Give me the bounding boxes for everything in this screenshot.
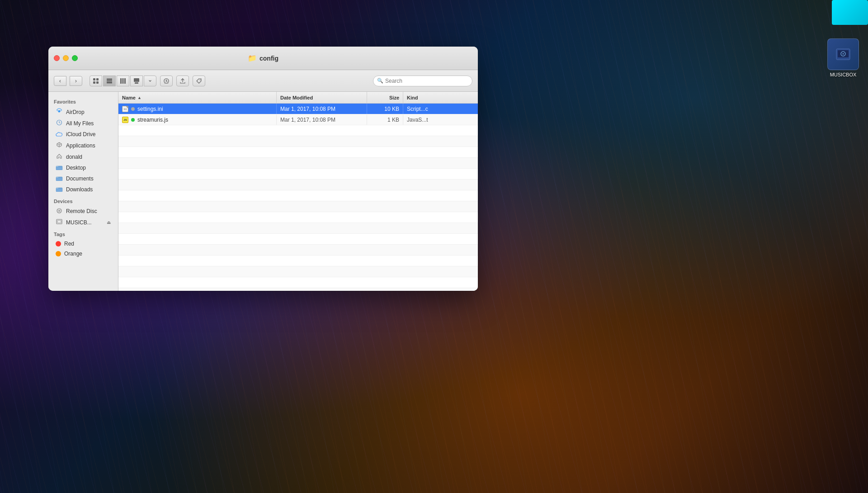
view-dropdown[interactable] (144, 76, 156, 86)
fullscreen-button[interactable] (72, 55, 78, 61)
title-folder-icon: 📁 (248, 54, 257, 62)
sidebar-item-desktop[interactable]: Desktop (50, 162, 116, 173)
file-name-cell: ini settings.ini (118, 104, 277, 114)
toolbar: ‹ › (48, 70, 478, 92)
file-kind-cell: JavaS...t (403, 114, 478, 125)
column-headers: Name ▲ Date Modified Size Kind (118, 92, 478, 104)
tag-button[interactable] (193, 76, 205, 86)
svg-rect-9 (107, 81, 112, 81)
sidebar-item-airdrop[interactable]: AirDrop (50, 106, 116, 118)
traffic-lights (54, 55, 78, 61)
favorites-header: Favorites (48, 95, 118, 106)
musicbox-icon-thumb (827, 38, 859, 70)
col-header-name[interactable]: Name ▲ (118, 92, 277, 103)
svg-point-3 (843, 53, 844, 55)
red-tag-dot (56, 241, 61, 246)
file-date: Mar 1, 2017, 10:08 PM (280, 106, 335, 112)
svg-rect-4 (93, 78, 95, 81)
sidebar-item-musicbox[interactable]: MUSICB... ⏏ (50, 217, 116, 228)
table-row[interactable]: JS streamuris.js Mar 1, 2017, 10:08 PM 1… (118, 114, 478, 125)
empty-row (118, 212, 478, 223)
documents-folder-icon (56, 175, 63, 182)
home-icon (56, 153, 63, 161)
svg-rect-7 (96, 81, 99, 84)
applications-icon (56, 142, 63, 149)
minimize-button[interactable] (63, 55, 69, 61)
search-input[interactable] (385, 78, 468, 84)
search-box[interactable]: 🔍 (373, 76, 472, 86)
share-button[interactable] (176, 76, 189, 86)
musicbox-icon (56, 218, 63, 226)
sidebar-item-orange-tag[interactable]: Orange (50, 249, 116, 259)
svg-point-18 (165, 80, 167, 82)
col-header-size[interactable]: Size (367, 92, 403, 103)
svg-rect-8 (107, 79, 112, 80)
sidebar-item-remote-disc[interactable]: Remote Disc (50, 206, 116, 217)
empty-row (118, 266, 478, 277)
col-header-kind[interactable]: Kind (403, 92, 478, 103)
sidebar-item-red-tag[interactable]: Red (50, 239, 116, 249)
sidebar-icloud-label: iCloud Drive (66, 131, 95, 137)
sidebar-desktop-label: Desktop (66, 165, 86, 171)
musicbox-label: MUSICBOX (830, 72, 857, 77)
window-title: config (259, 55, 278, 62)
sidebar-item-applications[interactable]: Applications (50, 140, 116, 151)
file-dot (131, 107, 135, 111)
svg-point-28 (59, 210, 60, 212)
file-size: 10 KB (384, 106, 399, 112)
file-date-cell: Mar 1, 2017, 10:08 PM (277, 104, 367, 114)
file-kind-cell: Script...c (403, 104, 478, 114)
view-mode-buttons (90, 76, 156, 86)
view-icon-cover[interactable] (130, 76, 143, 86)
file-name: settings.ini (137, 106, 163, 112)
file-size-cell: 1 KB (367, 114, 403, 125)
col-header-date[interactable]: Date Modified (277, 92, 367, 103)
svg-rect-10 (107, 82, 112, 83)
sidebar-item-documents[interactable]: Documents (50, 173, 116, 184)
close-button[interactable] (54, 55, 60, 61)
sidebar: Favorites AirDrop (48, 92, 118, 291)
cyan-bar (832, 0, 868, 25)
empty-row (118, 245, 478, 256)
eject-icon[interactable]: ⏏ (107, 220, 111, 225)
sidebar-item-donald[interactable]: donald (50, 151, 116, 162)
svg-rect-12 (123, 78, 124, 84)
empty-row (118, 223, 478, 234)
file-date-cell: Mar 1, 2017, 10:08 PM (277, 114, 367, 125)
sidebar-remote-disc-label: Remote Disc (66, 208, 97, 214)
file-name: streamuris.js (137, 117, 168, 123)
empty-row (118, 158, 478, 169)
desktop-folder-icon (56, 164, 63, 171)
view-icon-grid[interactable] (90, 76, 102, 86)
empty-row (118, 190, 478, 201)
file-name-cell: JS streamuris.js (118, 114, 277, 125)
svg-rect-26 (56, 188, 58, 189)
svg-rect-5 (96, 78, 99, 81)
file-date: Mar 1, 2017, 10:08 PM (280, 117, 335, 123)
sidebar-item-downloads[interactable]: Downloads (50, 184, 116, 195)
file-size-cell: 10 KB (367, 104, 403, 114)
table-row[interactable]: ini settings.ini Mar 1, 2017, 10:08 PM 1… (118, 104, 478, 114)
svg-rect-31 (57, 220, 61, 223)
sidebar-documents-label: Documents (66, 175, 94, 182)
back-button[interactable]: ‹ (54, 76, 66, 86)
sort-arrow: ▲ (137, 95, 142, 100)
finder-window: 📁 config ‹ › (48, 47, 478, 291)
devices-header: Devices (48, 195, 118, 206)
empty-row (118, 147, 478, 158)
sidebar-orange-tag-label: Orange (64, 251, 82, 257)
sidebar-item-all-my-files[interactable]: All My Files (50, 118, 116, 129)
window-title-area: 📁 config (248, 54, 278, 62)
sidebar-applications-label: Applications (66, 142, 95, 149)
view-icon-columns[interactable] (117, 76, 129, 86)
sidebar-item-icloud-drive[interactable]: iCloud Drive (50, 129, 116, 140)
file-size: 1 KB (387, 117, 399, 123)
view-icon-list[interactable] (103, 76, 116, 86)
empty-row (118, 256, 478, 266)
downloads-folder-icon (56, 186, 63, 193)
all-files-icon (56, 119, 63, 127)
ini-file-icon: ini (122, 106, 128, 112)
forward-button[interactable]: › (70, 76, 82, 86)
action-button[interactable] (160, 76, 173, 86)
musicbox-desktop-icon[interactable]: MUSICBOX (827, 38, 859, 77)
